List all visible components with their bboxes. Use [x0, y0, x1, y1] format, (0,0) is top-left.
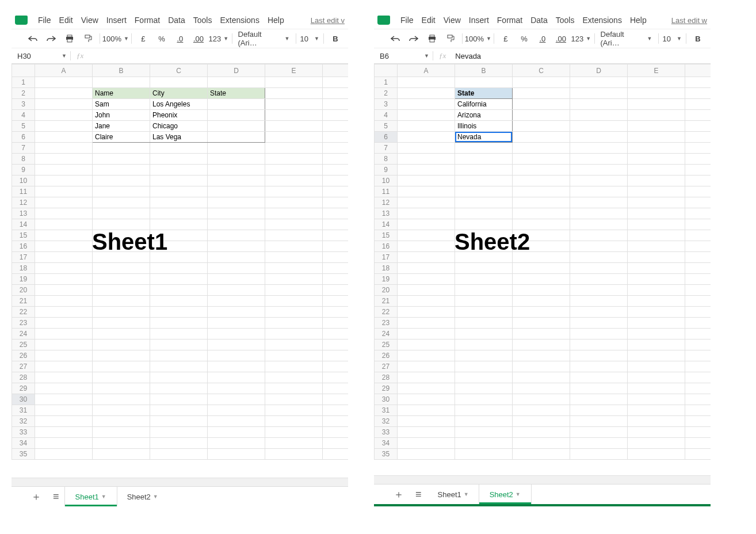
cell-A30[interactable]	[35, 394, 93, 405]
row-header-14[interactable]: 14	[12, 219, 35, 230]
cell-A31[interactable]	[398, 405, 455, 416]
zoom-selector[interactable]: 100%▼	[465, 32, 491, 45]
cell-A15[interactable]	[35, 230, 93, 241]
cell-C4[interactable]	[513, 110, 570, 121]
cell-extra-8[interactable]	[685, 154, 711, 165]
menu-tools[interactable]: Tools	[193, 16, 212, 25]
cell-A25[interactable]	[35, 340, 93, 350]
row-header-26[interactable]: 26	[375, 350, 398, 361]
cell-E11[interactable]	[265, 186, 323, 197]
row-header-28[interactable]: 28	[12, 372, 35, 383]
cell-E2[interactable]	[628, 88, 685, 99]
cell-A17[interactable]	[398, 252, 455, 263]
cell-D8[interactable]	[570, 154, 628, 165]
cell-E23[interactable]	[265, 318, 323, 329]
cell-D27[interactable]	[208, 361, 265, 372]
cell-extra-23[interactable]	[685, 318, 711, 329]
cell-A10[interactable]	[398, 176, 455, 186]
cell-A28[interactable]	[35, 372, 93, 383]
cell-D12[interactable]	[570, 197, 628, 208]
currency-button[interactable]: £	[134, 32, 152, 45]
cell-B6[interactable]: Nevada	[455, 132, 513, 143]
cell-E1[interactable]	[265, 77, 323, 88]
undo-button[interactable]	[24, 32, 42, 45]
cell-A15[interactable]	[398, 230, 455, 241]
cell-A9[interactable]	[398, 165, 455, 176]
row-header-4[interactable]: 4	[12, 110, 35, 121]
cell-D7[interactable]	[570, 143, 628, 154]
row-header-15[interactable]: 15	[375, 230, 398, 241]
row-header-31[interactable]: 31	[12, 405, 35, 416]
row-header-20[interactable]: 20	[375, 285, 398, 296]
cell-B34[interactable]	[455, 438, 513, 449]
cell-D28[interactable]	[570, 372, 628, 383]
row-header-30[interactable]: 30	[375, 394, 398, 405]
cell-D32[interactable]	[208, 416, 265, 427]
cell-E3[interactable]	[265, 99, 323, 110]
row-header-34[interactable]: 34	[12, 438, 35, 449]
cell-B1[interactable]	[93, 77, 150, 88]
cell-B6[interactable]: Claire	[93, 132, 150, 143]
cell-E24[interactable]	[265, 329, 323, 340]
cell-D23[interactable]	[570, 318, 628, 329]
cell-C7[interactable]	[513, 143, 570, 154]
row-header-12[interactable]: 12	[12, 197, 35, 208]
cell-B32[interactable]	[455, 416, 513, 427]
cell-extra-17[interactable]	[323, 252, 349, 263]
cell-D18[interactable]	[208, 263, 265, 274]
cell-C17[interactable]	[150, 252, 208, 263]
cell-extra-29[interactable]	[323, 383, 349, 394]
cell-E10[interactable]	[628, 176, 685, 186]
cell-extra-1[interactable]	[685, 77, 711, 88]
font-selector[interactable]: Default (Ari…▼	[597, 32, 656, 45]
col-header-extra[interactable]	[685, 64, 711, 77]
cell-E17[interactable]	[628, 252, 685, 263]
cell-D2[interactable]	[570, 88, 628, 99]
menu-edit[interactable]: Edit	[422, 16, 436, 25]
cell-extra-28[interactable]	[685, 372, 711, 383]
cell-C12[interactable]	[150, 197, 208, 208]
cell-extra-2[interactable]	[685, 88, 711, 99]
sheet-tab-sheet2[interactable]: Sheet2 ▼	[117, 487, 169, 506]
redo-button[interactable]	[42, 32, 60, 45]
cell-extra-4[interactable]	[323, 110, 349, 121]
row-header-29[interactable]: 29	[375, 383, 398, 394]
cell-C14[interactable]	[150, 219, 208, 230]
row-header-2[interactable]: 2	[375, 88, 398, 99]
cell-D19[interactable]	[570, 274, 628, 285]
cell-extra-31[interactable]	[685, 405, 711, 416]
font-size-selector[interactable]: 10▼	[660, 32, 684, 45]
menu-format[interactable]: Format	[497, 16, 522, 25]
cell-A21[interactable]	[35, 296, 93, 307]
horizontal-scrollbar[interactable]	[12, 478, 348, 486]
cell-B13[interactable]	[455, 208, 513, 219]
cell-B14[interactable]	[455, 219, 513, 230]
cell-A5[interactable]	[35, 121, 93, 132]
cell-B9[interactable]	[93, 165, 150, 176]
row-header-34[interactable]: 34	[375, 438, 398, 449]
cell-B10[interactable]	[93, 176, 150, 186]
cell-C2[interactable]	[513, 88, 570, 99]
cell-A10[interactable]	[35, 176, 93, 186]
cell-D11[interactable]	[208, 186, 265, 197]
cell-C13[interactable]	[513, 208, 570, 219]
font-size-selector[interactable]: 10▼	[298, 32, 321, 45]
cell-B12[interactable]	[455, 197, 513, 208]
cell-B30[interactable]	[455, 394, 513, 405]
cell-extra-30[interactable]	[685, 394, 711, 405]
cell-A22[interactable]	[398, 307, 455, 318]
cell-B9[interactable]	[455, 165, 513, 176]
cell-E12[interactable]	[628, 197, 685, 208]
cell-A34[interactable]	[398, 438, 455, 449]
row-header-8[interactable]: 8	[375, 154, 398, 165]
name-box[interactable]: H30 ▼	[12, 52, 70, 60]
row-header-16[interactable]: 16	[375, 241, 398, 252]
cell-extra-14[interactable]	[323, 219, 349, 230]
font-selector[interactable]: Default (Ari…▼	[235, 32, 293, 45]
row-header-30[interactable]: 30	[12, 394, 35, 405]
cell-C11[interactable]	[513, 186, 570, 197]
row-header-12[interactable]: 12	[375, 197, 398, 208]
cell-C21[interactable]	[513, 296, 570, 307]
cell-B33[interactable]	[93, 427, 150, 438]
cell-extra-7[interactable]	[685, 143, 711, 154]
